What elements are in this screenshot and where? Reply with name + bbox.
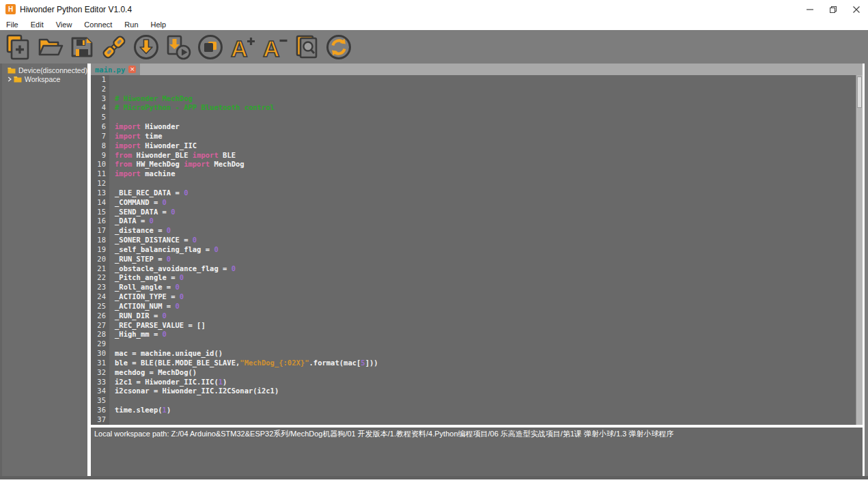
menu-connect[interactable]: Connect [78, 20, 118, 29]
message-panel: Local workspace path: Z:/04 Arduino&STM3… [91, 428, 863, 476]
sidebar-item-device-disconnected[interactable]: Device(disconnected) [2, 66, 87, 74]
open-folder-button[interactable] [35, 32, 65, 62]
line-number: 27 [91, 321, 106, 331]
code-line: _Pitch_angle = 0 [115, 273, 863, 283]
download-run-button[interactable] [163, 32, 193, 62]
font-increase-icon: A [227, 32, 257, 62]
save-button[interactable] [67, 32, 97, 62]
download-run-icon [163, 32, 193, 62]
menu-edit[interactable]: Edit [25, 20, 50, 29]
line-number: 5 [91, 113, 106, 122]
minimize-button[interactable] [798, 0, 822, 18]
new-file-button[interactable] [3, 32, 33, 62]
code-line [115, 415, 863, 425]
line-number: 16 [91, 216, 106, 226]
tab-main-py[interactable]: main.py× [91, 64, 140, 75]
code-line: i2csonar = Hiwonder_IIC.I2CSonar(i2c1) [115, 387, 863, 396]
editor-pane: main.py× 1234567891011121314151617181920… [91, 64, 865, 476]
line-number: 24 [91, 292, 106, 302]
code-line: _RUN_STEP = 0 [115, 255, 863, 264]
line-number: 26 [91, 311, 106, 321]
line-number: 6 [91, 122, 106, 132]
line-number: 29 [91, 339, 106, 349]
font-increase-button[interactable]: A [227, 32, 257, 62]
code-line [115, 113, 863, 122]
menu-bar: FileEditViewConnectRunHelp [0, 18, 868, 30]
code-line: _High_mm = 0 [115, 330, 863, 339]
code-line: _ACTION_NUM = 0 [115, 302, 863, 311]
line-number: 19 [91, 245, 106, 255]
menu-run[interactable]: Run [118, 20, 144, 29]
code-line: _distance = 0 [115, 226, 863, 236]
line-number: 14 [91, 198, 106, 208]
line-number: 9 [91, 151, 106, 160]
line-number: 10 [91, 160, 106, 169]
expand-chevron-icon[interactable] [5, 76, 14, 82]
line-number: 1 [91, 75, 106, 85]
save-icon [67, 32, 97, 62]
font-decrease-button[interactable]: A [260, 32, 290, 62]
window-bottom-edge [0, 476, 868, 479]
find-icon [292, 32, 322, 62]
code-text-area[interactable]: # Hiwonder MechDog# MicroPython - APP Bl… [109, 75, 863, 425]
svg-text:A: A [231, 36, 248, 61]
find-button[interactable] [292, 32, 322, 62]
line-number: 11 [91, 169, 106, 179]
connect-button[interactable] [99, 32, 129, 62]
new-file-icon [3, 32, 33, 62]
code-line: from HW_MechDog import MechDog [115, 160, 863, 169]
title-bar: H Hiwonder Python Editor V1.0.4 [0, 0, 868, 18]
code-line [115, 396, 863, 406]
tab-close-icon[interactable]: × [128, 66, 136, 73]
window-controls [798, 0, 868, 18]
line-number: 30 [91, 349, 106, 359]
sidebar-item-workspace[interactable]: Workspace [2, 74, 87, 83]
code-line: _DATA = 0 [115, 216, 863, 226]
code-line [115, 339, 863, 349]
code-line: _SONER_DISTANCE = 0 [115, 236, 863, 245]
folder-icon [8, 67, 16, 74]
editor-scrollbar[interactable] [856, 75, 863, 425]
code-line: _REC_PARSE_VALUE = [] [115, 321, 863, 331]
scrollbar-thumb[interactable] [857, 76, 862, 108]
connect-icon [99, 32, 129, 62]
code-line: _RUN_DIR = 0 [115, 311, 863, 321]
folder-icon [14, 76, 22, 83]
download-button[interactable] [131, 32, 161, 62]
tab-bar: main.py× [91, 64, 863, 75]
menu-view[interactable]: View [50, 20, 79, 29]
line-number: 4 [91, 103, 106, 113]
code-editor: 1234567891011121314151617181920212223242… [91, 75, 863, 425]
code-line: i2c1 = Hiwonder_IIC.IIC(1) [115, 378, 863, 387]
line-number: 28 [91, 330, 106, 339]
restore-button[interactable] [822, 0, 845, 18]
line-number: 13 [91, 188, 106, 198]
code-line: time.sleep(1) [115, 406, 863, 415]
code-line: _BLE_REC_DATA = 0 [115, 188, 863, 198]
line-number: 17 [91, 226, 106, 236]
open-folder-icon [35, 32, 65, 62]
line-number: 18 [91, 236, 106, 245]
stop-icon [195, 32, 225, 62]
tree-item-label: Workspace [25, 75, 60, 83]
stop-button[interactable] [195, 32, 225, 62]
file-tree-sidebar: Device(disconnected)Workspace [2, 64, 87, 476]
line-number: 22 [91, 273, 106, 283]
line-number: 32 [91, 368, 106, 378]
close-button[interactable] [845, 0, 868, 18]
code-line: import Hiwonder [115, 122, 863, 132]
tab-label: main.py [95, 66, 125, 74]
font-decrease-icon: A [260, 32, 290, 62]
refresh-button[interactable] [324, 32, 354, 62]
menu-file[interactable]: File [0, 20, 25, 29]
code-line: # Hiwonder MechDog [115, 94, 863, 104]
toolbar: AA [0, 30, 868, 64]
svg-text:A: A [263, 36, 280, 61]
code-line: _COMMAND = 0 [115, 198, 863, 208]
code-line: mac = machine.unique_id() [115, 349, 863, 359]
line-number: 23 [91, 283, 106, 292]
line-number: 8 [91, 141, 106, 151]
menu-help[interactable]: Help [145, 20, 173, 29]
line-number-gutter: 1234567891011121314151617181920212223242… [91, 75, 109, 425]
line-number: 3 [91, 94, 106, 104]
